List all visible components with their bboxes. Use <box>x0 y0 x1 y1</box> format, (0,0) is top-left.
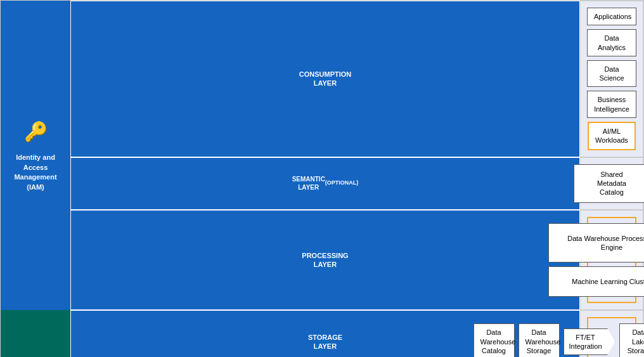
processing-content: Data Warehouse Processing Engine Machine… <box>580 210 643 311</box>
processing-yellow-container: Data Warehouse Processing Engine Machine… <box>587 217 636 304</box>
dw-storage-box: DataWarehouseStorage <box>518 323 560 357</box>
architecture-diagram: CONSUMPTIONLAYER Applications Data Analy… <box>0 0 644 357</box>
processing-layer-label: PROCESSINGLAYER <box>70 210 580 311</box>
kms-panel: 👤 KeyManagementServer(KMS) <box>1 310 70 357</box>
shared-metadata-catalog-box: Shared Metadata Catalog <box>574 164 644 203</box>
dw-processing-engine-box: Data Warehouse Processing Engine <box>548 223 644 263</box>
data-analytics-box: Data Analytics <box>587 29 636 56</box>
dw-catalog-box: DataWarehouseCatalog <box>473 323 515 357</box>
storage-content: DataWarehouseCatalog DataWarehouseStorag… <box>580 310 643 357</box>
semantic-content: Shared Metadata Catalog <box>580 157 643 210</box>
iam-label: Identity andAccessManagement(IAM) <box>14 153 56 192</box>
ftet-box: FT/ETIntegration <box>564 328 615 356</box>
consumption-content: Applications Data Analytics Data Science… <box>580 1 643 157</box>
data-lake-storage-box: Data LakeStorage <box>619 323 645 357</box>
semantic-layer-label: SEMANTICLAYER(OPTIONAL) <box>70 157 580 210</box>
storage-yellow-container: DataWarehouseCatalog DataWarehouseStorag… <box>587 317 636 357</box>
iam-panel: 🔑 Identity andAccessManagement(IAM) <box>1 1 70 310</box>
key-icon: 🔑 <box>24 119 48 145</box>
data-science-box: Data Science <box>587 60 636 88</box>
ftet-wrap: FT/ETIntegration <box>564 328 615 356</box>
ml-cluster-box: Machine Learning Cluster <box>548 266 644 297</box>
consumption-layer-label: CONSUMPTIONLAYER <box>70 1 580 157</box>
aiml-workloads-box: AI/MLWorkloads <box>588 122 636 150</box>
applications-box: Applications <box>587 8 636 25</box>
consumption-boxes: Applications Data Analytics Data Science… <box>587 8 636 150</box>
business-intelligence-box: BusinessIntelligence <box>587 91 636 118</box>
kms-inner: 👤 KeyManagementServer(KMS) <box>14 315 56 357</box>
iam-inner: 🔑 Identity andAccessManagement(IAM) <box>14 6 56 305</box>
